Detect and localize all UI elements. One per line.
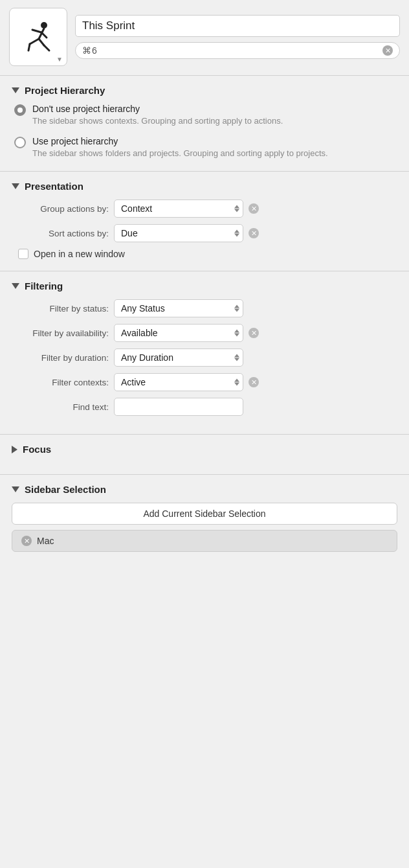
svg-point-0 xyxy=(41,22,47,29)
filter-duration-label: Filter by duration: xyxy=(12,353,109,363)
section-divider-4 xyxy=(0,474,409,475)
project-hierarchy-section: Project Hierarchy Don't use project hier… xyxy=(0,78,409,168)
presentation-title: Presentation xyxy=(25,181,83,192)
filter-duration-select-wrap: Any Duration Short Medium Long xyxy=(114,348,243,367)
filter-status-row: Filter by status: Any Status Remaining A… xyxy=(12,299,397,317)
project-hierarchy-toggle[interactable]: Project Hierarchy xyxy=(12,85,397,96)
header-section: ▼ ⌘6 ✕ xyxy=(0,0,409,73)
filter-status-select-wrap: Any Status Remaining Active Completed xyxy=(114,299,243,317)
focus-chevron xyxy=(12,446,17,453)
filtering-toggle[interactable]: Filtering xyxy=(12,280,397,291)
svg-line-7 xyxy=(44,45,49,51)
add-sidebar-selection-button[interactable]: Add Current Sidebar Selection xyxy=(12,503,397,525)
find-text-row: Find text: xyxy=(12,398,397,416)
header-fields: ⌘6 ✕ xyxy=(75,15,400,59)
filtering-section: Filtering Filter by status: Any Status R… xyxy=(0,274,409,431)
shortcut-text: ⌘6 xyxy=(82,45,98,56)
tag-label: Mac xyxy=(37,536,54,546)
filtering-title: Filtering xyxy=(25,280,63,291)
use-hierarchy-radio[interactable] xyxy=(14,137,26,148)
section-divider-1 xyxy=(0,171,409,172)
use-hierarchy-text: Use project hierarchy The sidebar shows … xyxy=(32,136,328,159)
presentation-section: Presentation Group actions by: Context P… xyxy=(0,174,409,268)
sort-actions-select-wrap: Due Added Modified Title Flagged xyxy=(114,224,243,242)
filter-status-label: Filter by status: xyxy=(12,304,109,314)
svg-line-4 xyxy=(30,39,39,44)
filter-contexts-clear[interactable]: ✕ xyxy=(249,377,259,387)
filter-availability-row: Filter by availability: Available Remain… xyxy=(12,324,397,342)
section-divider-2 xyxy=(0,271,409,271)
presentation-chevron xyxy=(12,183,19,189)
shortcut-wrap: ⌘6 ✕ xyxy=(75,42,400,59)
sidebar-selection-toggle[interactable]: Sidebar Selection xyxy=(12,484,397,495)
filter-contexts-select-wrap: Active All Remaining xyxy=(114,373,243,391)
sort-actions-clear[interactable]: ✕ xyxy=(249,228,259,238)
filter-availability-label: Filter by availability: xyxy=(12,328,109,338)
svg-line-5 xyxy=(28,44,30,51)
focus-toggle[interactable]: Focus xyxy=(12,444,397,455)
no-hierarchy-desc: The sidebar shows contexts. Grouping and… xyxy=(32,115,283,127)
focus-title: Focus xyxy=(23,444,51,455)
use-hierarchy-option: Use project hierarchy The sidebar shows … xyxy=(14,136,397,159)
filter-availability-select[interactable]: Available Remaining First Available Any xyxy=(114,324,243,342)
filter-contexts-select[interactable]: Active All Remaining xyxy=(114,373,243,391)
svg-line-6 xyxy=(39,39,44,45)
project-hierarchy-title: Project Hierarchy xyxy=(25,85,105,96)
filtering-chevron xyxy=(12,283,19,289)
tag-remove-button[interactable]: ✕ xyxy=(21,536,32,546)
sort-actions-label: Sort actions by: xyxy=(12,229,109,238)
open-new-window-checkbox[interactable] xyxy=(18,249,28,259)
sidebar-selection-section: Sidebar Selection Add Current Sidebar Se… xyxy=(0,477,409,561)
use-hierarchy-desc: The sidebar shows folders and projects. … xyxy=(32,148,328,159)
section-divider-3 xyxy=(0,434,409,435)
no-hierarchy-radio[interactable] xyxy=(14,104,26,116)
sidebar-selection-chevron xyxy=(12,486,19,492)
group-actions-clear[interactable]: ✕ xyxy=(249,203,259,214)
sprint-icon xyxy=(21,19,56,54)
project-hierarchy-chevron xyxy=(12,87,19,93)
no-hierarchy-option: Don't use project hierarchy The sidebar … xyxy=(14,104,397,127)
no-hierarchy-label: Don't use project hierarchy xyxy=(32,104,283,114)
focus-section: Focus xyxy=(0,437,409,472)
sidebar-selection-title: Sidebar Selection xyxy=(25,484,106,495)
find-text-label: Find text: xyxy=(12,402,109,412)
perspective-icon-box[interactable]: ▼ xyxy=(9,8,67,66)
filter-contexts-row: Filter contexts: Active All Remaining ✕ xyxy=(12,373,397,391)
sidebar-tag-item: ✕ Mac xyxy=(12,530,397,552)
group-actions-row: Group actions by: Context Project Tag No… xyxy=(12,200,397,218)
use-hierarchy-label: Use project hierarchy xyxy=(32,136,328,146)
project-hierarchy-options: Don't use project hierarchy The sidebar … xyxy=(12,104,397,159)
sort-actions-select[interactable]: Due Added Modified Title Flagged xyxy=(114,224,243,242)
svg-line-3 xyxy=(41,32,47,38)
filter-duration-select[interactable]: Any Duration Short Medium Long xyxy=(114,348,243,367)
find-text-input[interactable] xyxy=(114,398,243,416)
header-divider xyxy=(0,75,409,76)
shortcut-clear-button[interactable]: ✕ xyxy=(382,45,393,56)
filter-contexts-label: Filter contexts: xyxy=(12,378,109,387)
sort-actions-row: Sort actions by: Due Added Modified Titl… xyxy=(12,224,397,242)
filter-availability-clear[interactable]: ✕ xyxy=(249,328,259,338)
filter-status-select[interactable]: Any Status Remaining Active Completed xyxy=(114,299,243,317)
no-hierarchy-text: Don't use project hierarchy The sidebar … xyxy=(32,104,283,127)
group-actions-label: Group actions by: xyxy=(12,204,109,214)
group-actions-select[interactable]: Context Project Tag None xyxy=(114,200,243,218)
open-new-window-row: Open in a new window xyxy=(12,249,397,259)
filter-availability-select-wrap: Available Remaining First Available Any xyxy=(114,324,243,342)
group-actions-select-wrap: Context Project Tag None xyxy=(114,200,243,218)
perspective-title-input[interactable] xyxy=(75,15,400,37)
icon-box-chevron: ▼ xyxy=(56,56,63,63)
svg-line-2 xyxy=(32,30,41,32)
open-new-window-label: Open in a new window xyxy=(34,249,125,259)
presentation-toggle[interactable]: Presentation xyxy=(12,181,397,192)
filter-duration-row: Filter by duration: Any Duration Short M… xyxy=(12,348,397,367)
